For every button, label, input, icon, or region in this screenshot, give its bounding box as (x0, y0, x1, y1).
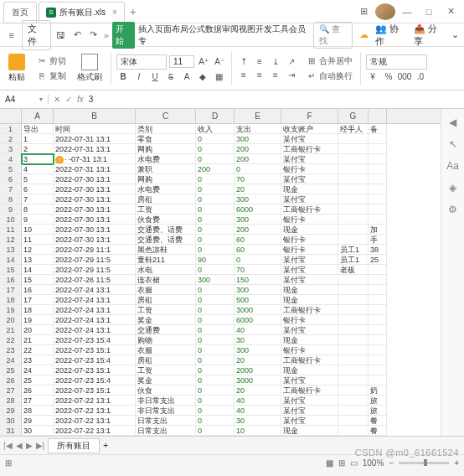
cell[interactable]: 300 (235, 345, 281, 355)
merge-button[interactable]: ⊞合并居中 (303, 54, 355, 68)
cell[interactable]: 2022-07-30 13:1 (54, 204, 136, 215)
zoom-in-icon[interactable]: + (454, 458, 459, 468)
menu-icon[interactable]: ≡ (5, 28, 18, 42)
avatar[interactable] (375, 3, 395, 20)
row-header[interactable]: 31 (0, 426, 22, 436)
cell[interactable]: 银行卡 (281, 215, 338, 225)
orient-icon[interactable]: ↗ (285, 56, 298, 68)
ribbon-rest[interactable]: 插入页面布局公式数据审阅视图开发工具会员专 (138, 23, 309, 47)
cell[interactable]: 兼职 (136, 164, 196, 174)
cell[interactable]: 房租 (136, 194, 196, 204)
cell[interactable]: 300 (235, 194, 281, 204)
cell[interactable]: 某付宝 (281, 396, 338, 406)
cell[interactable]: 2022-07-24 13:1 (54, 285, 136, 295)
cell[interactable]: 27 (22, 396, 54, 406)
font-select[interactable]: 宋体 (116, 54, 167, 70)
row-header[interactable]: 19 (0, 305, 22, 315)
sheet-prev-icon[interactable]: ◀ (16, 441, 23, 450)
cell[interactable] (338, 235, 369, 245)
cell[interactable]: 0 (196, 225, 235, 235)
cell[interactable] (369, 174, 387, 184)
row-header[interactable]: 27 (0, 385, 22, 396)
cell[interactable]: 童鞋211 (136, 255, 196, 265)
align-mid-icon[interactable]: ≡ (253, 56, 266, 68)
row-header[interactable]: 4 (0, 154, 22, 164)
cell[interactable]: 3000 (235, 375, 281, 385)
cell[interactable]: 类别 (136, 124, 196, 134)
cell[interactable]: 工商银行卡 (281, 305, 338, 315)
cell[interactable]: 收入 (196, 124, 235, 134)
select-all-corner[interactable] (0, 109, 22, 123)
format-painter-button[interactable]: 格式刷 (74, 52, 106, 85)
cell[interactable]: 2022-07-31 13:1 (54, 164, 136, 174)
cell[interactable]: 2022-07-23 15:1 (54, 365, 136, 375)
cell[interactable]: 21 (22, 335, 54, 345)
cell[interactable]: 0 (196, 245, 235, 255)
cell[interactable]: 时间 (54, 124, 136, 134)
col-E[interactable]: E (235, 109, 281, 123)
cell[interactable]: 300 (235, 215, 281, 225)
row-header[interactable]: 11 (0, 225, 22, 235)
cell[interactable] (369, 355, 387, 365)
cell[interactable] (369, 285, 387, 295)
col-H[interactable] (369, 109, 387, 123)
cell[interactable]: 200 (235, 144, 281, 154)
italic-icon[interactable]: I (132, 71, 146, 83)
col-B[interactable]: B (54, 109, 136, 123)
cell[interactable]: 23 (22, 355, 54, 365)
cell[interactable]: 90 (196, 255, 235, 265)
panel-toggle-icon[interactable]: ◀ (446, 116, 460, 129)
cell[interactable] (338, 164, 369, 174)
cell[interactable]: 工商银行卡 (281, 204, 338, 215)
cell[interactable]: 6 (22, 184, 54, 194)
confirm-icon[interactable]: ✓ (65, 95, 72, 104)
cell[interactable]: 2022-07-24 13:1 (54, 295, 136, 305)
cell[interactable]: 40 (235, 325, 281, 335)
row-header[interactable]: 9 (0, 204, 22, 215)
align-center-icon[interactable]: ≡ (253, 70, 266, 81)
cell[interactable]: 零食 (136, 134, 196, 144)
cell[interactable] (338, 215, 369, 225)
cell[interactable]: 连衣裙 (136, 275, 196, 285)
cell[interactable]: 2022-07-29 11:1 (54, 245, 136, 255)
cell[interactable] (338, 204, 369, 215)
formula-input[interactable]: 3 (89, 95, 94, 104)
cell[interactable]: 餐 (369, 426, 387, 436)
cell[interactable]: 伙食费 (136, 215, 196, 225)
cell[interactable]: 伙食 (136, 385, 196, 396)
cell[interactable] (338, 225, 369, 235)
cell[interactable]: 300 (235, 285, 281, 295)
cell[interactable] (338, 426, 369, 436)
cell[interactable]: 0 (196, 174, 235, 184)
cell[interactable]: 0 (196, 355, 235, 365)
inc-dec-icon[interactable]: .0 (414, 71, 427, 83)
comma-icon[interactable]: 000 (398, 71, 411, 83)
cell[interactable]: 60 (235, 235, 281, 245)
row-header[interactable]: 29 (0, 406, 22, 416)
cell[interactable]: 0 (196, 184, 235, 194)
cell[interactable]: 3 (22, 154, 54, 164)
cell[interactable]: 2022-07-23 15:4 (54, 335, 136, 345)
caret-icon[interactable]: ⌄ (451, 29, 459, 40)
cell[interactable]: 40 (235, 406, 281, 416)
row-header[interactable]: 16 (0, 275, 22, 285)
cell[interactable]: 日常支出 (136, 426, 196, 436)
cell[interactable]: 员工1 (338, 255, 369, 265)
cell[interactable] (338, 144, 369, 154)
cell[interactable]: 20 (235, 385, 281, 396)
col-D[interactable]: D (196, 109, 235, 123)
style-tool-icon[interactable]: Aa (446, 159, 460, 173)
row-header[interactable]: 18 (0, 295, 22, 305)
cell[interactable]: 10 (22, 225, 54, 235)
cell[interactable]: 0 (196, 396, 235, 406)
indent-icon[interactable]: ⇥ (285, 70, 298, 81)
add-tab-button[interactable]: + (130, 5, 147, 18)
cell[interactable] (338, 134, 369, 144)
view-page-icon[interactable]: ⊞ (338, 458, 345, 468)
cell[interactable]: 0 (196, 194, 235, 204)
cell[interactable]: 房租 (136, 295, 196, 305)
row-header[interactable]: 22 (0, 335, 22, 345)
row-header[interactable]: 23 (0, 345, 22, 355)
cell[interactable]: 0 (196, 144, 235, 154)
decrease-font-icon[interactable]: A⁻ (213, 56, 226, 68)
